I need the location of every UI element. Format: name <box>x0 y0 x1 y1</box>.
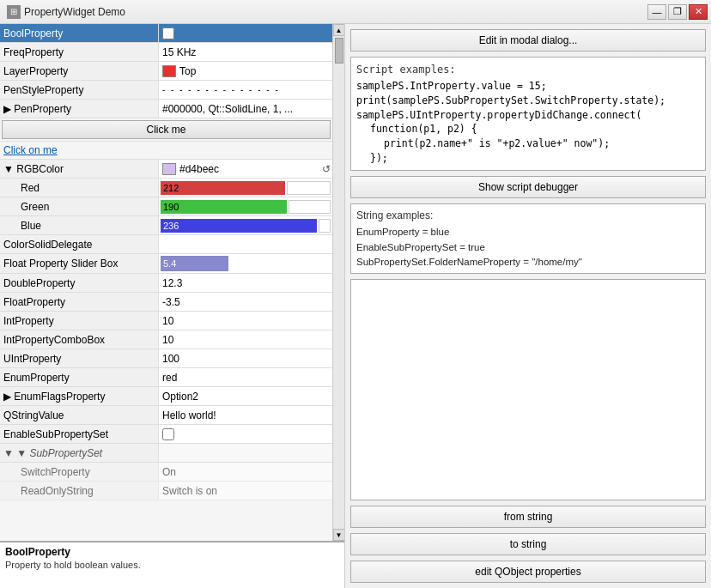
rgb-color-swatch <box>162 163 176 175</box>
prop-name-intcombo: IntPropertyComboBox <box>0 330 159 349</box>
restore-button[interactable]: ❐ <box>668 4 687 20</box>
prop-value-float: -3.5 <box>159 293 332 311</box>
enablesub-checkbox[interactable] <box>162 428 174 440</box>
prop-value-boolproperty[interactable] <box>159 24 332 42</box>
prop-row-rgbcolor[interactable]: ▼ RGBColor #d4beec ↺ <box>0 160 332 179</box>
click-me-button[interactable]: Click me <box>2 120 331 139</box>
titlebar: ⊞ PropertyWidget Demo — ❐ ✕ <box>0 0 711 24</box>
prop-row-qstring[interactable]: QStringValue Hello world! <box>0 406 332 425</box>
prop-value-readonly: Switch is on <box>159 482 332 500</box>
prop-value-qstring: Hello world! <box>159 406 332 424</box>
blue-bar: 236 <box>161 219 317 233</box>
prop-name-readonly: ReadOnlyString <box>0 482 159 500</box>
prop-name-enum: EnumProperty <box>0 368 159 386</box>
scroll-down-button[interactable]: ▼ <box>333 529 345 541</box>
prop-row-readonly: ReadOnlyString Switch is on <box>0 482 332 500</box>
prop-row-colorsolid[interactable]: ColorSolidDelegate <box>0 235 332 254</box>
prop-value-layerproperty[interactable]: Top <box>159 62 332 80</box>
prop-value-red[interactable]: 212 <box>159 179 332 197</box>
show-debugger-button[interactable]: Show script debugger <box>350 176 706 198</box>
prop-name-uint: UIntProperty <box>0 349 159 367</box>
reset-icon[interactable]: ↺ <box>322 163 331 175</box>
description-area: BoolProperty Property to hold boolean va… <box>0 541 344 588</box>
string-label: String examples: <box>356 208 700 223</box>
property-rows-area[interactable]: BoolProperty FreqProperty 15 KHz <box>0 24 332 541</box>
from-string-button[interactable]: from string <box>350 506 706 528</box>
prop-row-penproperty[interactable]: ▶ PenProperty #000000, Qt::SolidLine, 1,… <box>0 100 332 118</box>
prop-row-int[interactable]: IntProperty 10 <box>0 312 332 330</box>
prop-name-subpropertyset[interactable]: ▼ ▼ SubPropertySet <box>0 444 159 462</box>
prop-value-subpropertyset <box>159 444 332 462</box>
description-title: BoolProperty <box>5 546 339 558</box>
click-me-row: Click me <box>0 118 332 142</box>
scrollbar-track[interactable]: ▲ ▼ <box>332 24 344 541</box>
bool-checkbox[interactable] <box>162 27 174 39</box>
scroll-thumb[interactable] <box>335 38 343 64</box>
window-title: PropertyWidget Demo <box>24 6 125 18</box>
prop-value-enablesub[interactable] <box>159 425 332 443</box>
script-line-6: }); <box>356 151 700 166</box>
blue-bar-remainder <box>319 219 331 233</box>
text-area[interactable] <box>350 279 706 500</box>
prop-name-red: Red <box>0 179 159 197</box>
prop-row-intcombo[interactable]: IntPropertyComboBox 10 <box>0 330 332 349</box>
prop-row-enum[interactable]: EnumProperty red <box>0 368 332 387</box>
prop-row-freqproperty[interactable]: FreqProperty 15 KHz <box>0 43 332 62</box>
prop-name-qstring: QStringValue <box>0 406 159 424</box>
prop-row-double[interactable]: DoubleProperty 12.3 <box>0 274 332 293</box>
prop-name-rgbcolor[interactable]: ▼ RGBColor <box>0 160 159 178</box>
float-bar: 5.4 <box>161 256 228 271</box>
prop-row-float[interactable]: FloatProperty -3.5 <box>0 293 332 312</box>
prop-name-enablesub: EnableSubPropertySet <box>0 425 159 443</box>
prop-row-boolproperty[interactable]: BoolProperty <box>0 24 332 43</box>
edit-modal-button[interactable]: Edit in modal dialog... <box>350 29 706 52</box>
prop-name-penproperty[interactable]: ▶ PenProperty <box>0 100 159 118</box>
red-bar-remainder <box>287 181 331 195</box>
prop-value-floatslider[interactable]: 5.4 <box>159 254 332 273</box>
enumflags-expand-arrow[interactable]: ▶ <box>3 391 11 403</box>
sub-expand-arrow[interactable]: ▼ <box>3 447 14 459</box>
prop-name-switch: SwitchProperty <box>0 463 159 481</box>
prop-name-blue: Blue <box>0 216 159 234</box>
dash-line: - - - - - - - - - - - - - - <box>162 85 280 94</box>
prop-value-freqproperty: 15 KHz <box>159 43 332 61</box>
prop-row-blue[interactable]: Blue 236 <box>0 216 332 235</box>
prop-row-subpropertyset[interactable]: ▼ ▼ SubPropertySet <box>0 444 332 463</box>
prop-value-penstyle: - - - - - - - - - - - - - - <box>159 81 332 99</box>
prop-row-layerproperty[interactable]: LayerProperty Top <box>0 62 332 81</box>
script-label: Script examples: <box>356 63 700 77</box>
string-line-3: SubPropertySet.FolderNameProperty = "/ho… <box>356 255 700 270</box>
script-line-5: print(p2.name+" is "+p2.value+" now"); <box>356 136 700 151</box>
prop-row-green[interactable]: Green 190 <box>0 197 332 216</box>
to-string-button[interactable]: to string <box>350 533 706 555</box>
green-bar-remainder <box>289 200 331 214</box>
prop-row-switch[interactable]: SwitchProperty On <box>0 463 332 482</box>
prop-row-enablesub[interactable]: EnableSubPropertySet <box>0 425 332 444</box>
prop-name-colorsolid: ColorSolidDelegate <box>0 235 159 253</box>
edit-qobject-button[interactable]: edit QObject properties <box>350 561 706 583</box>
prop-value-colorsolid <box>159 235 332 253</box>
prop-value-penproperty: #000000, Qt::SolidLine, 1, ... <box>159 100 332 118</box>
prop-value-green[interactable]: 190 <box>159 197 332 215</box>
prop-name-enumflags[interactable]: ▶ EnumFlagsProperty <box>0 387 159 405</box>
prop-row-enumflags[interactable]: ▶ EnumFlagsProperty Option2 <box>0 387 332 406</box>
rgb-expand-arrow[interactable]: ▼ <box>3 163 14 175</box>
pen-expand-arrow[interactable]: ▶ <box>3 103 11 115</box>
blue-bar-container: 236 <box>161 219 331 233</box>
string-examples-box: String examples: EnumProperty = blue Ena… <box>350 203 706 274</box>
close-button[interactable]: ✕ <box>689 4 708 20</box>
prop-value-rgbcolor[interactable]: #d4beec ↺ <box>159 160 332 178</box>
scroll-up-button[interactable]: ▲ <box>333 24 345 36</box>
prop-value-enum: red <box>159 368 332 386</box>
prop-row-red[interactable]: Red 212 <box>0 179 332 197</box>
red-bar-container: 212 <box>161 181 331 195</box>
layer-color-swatch <box>162 65 176 77</box>
minimize-button[interactable]: — <box>647 4 666 20</box>
app-icon: ⊞ <box>7 5 21 19</box>
prop-row-penstyle[interactable]: PenStyleProperty - - - - - - - - - - - -… <box>0 81 332 100</box>
click-on-me-link[interactable]: Click on me <box>0 142 332 160</box>
script-line-2: print(samplePS.SubPropertySet.SwitchProp… <box>356 94 700 108</box>
prop-row-floatslider[interactable]: Float Property Slider Box 5.4 <box>0 254 332 274</box>
prop-value-blue[interactable]: 236 <box>159 216 332 234</box>
prop-row-uint[interactable]: UIntProperty 100 <box>0 349 332 368</box>
